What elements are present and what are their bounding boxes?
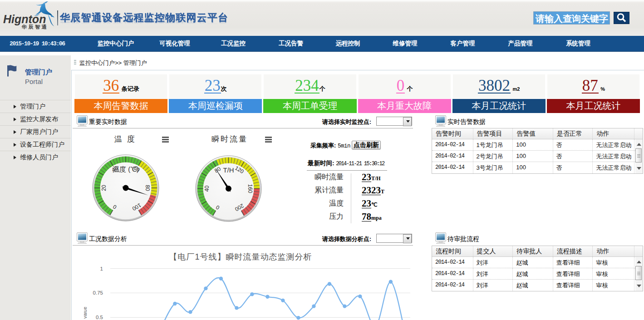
- svg-text:T/H: T/H: [223, 166, 234, 173]
- svg-text:40: 40: [203, 185, 210, 192]
- svg-text:0.75: 0.75: [93, 290, 103, 295]
- svg-text:80: 80: [144, 185, 151, 191]
- svg-text:温度 (℃): 温度 (℃): [113, 165, 139, 173]
- svg-text:160: 160: [247, 184, 253, 193]
- svg-text:value: value: [84, 307, 88, 319]
- svg-text:0.5: 0.5: [96, 315, 103, 320]
- svg-text:20: 20: [101, 185, 107, 191]
- svg-text:1: 1: [100, 266, 103, 271]
